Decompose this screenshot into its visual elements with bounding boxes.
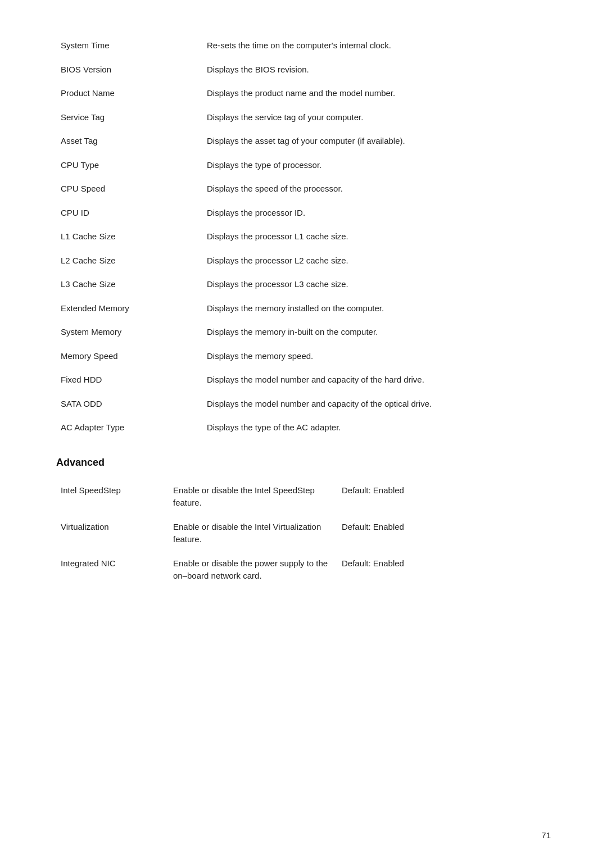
- advanced-row: Integrated NICEnable or disable the powe…: [56, 552, 551, 588]
- info-description: Displays the type of the AC adapter.: [202, 416, 551, 440]
- info-description: Displays the processor ID.: [202, 201, 551, 225]
- info-description: Displays the BIOS revision.: [202, 58, 551, 82]
- info-row: BIOS VersionDisplays the BIOS revision.: [56, 58, 551, 82]
- info-row: Product NameDisplays the product name an…: [56, 81, 551, 106]
- info-row: L1 Cache SizeDisplays the processor L1 c…: [56, 225, 551, 249]
- info-description: Displays the processor L1 cache size.: [202, 225, 551, 249]
- advanced-label: Integrated NIC: [56, 552, 169, 588]
- info-label: Extended Memory: [56, 297, 202, 321]
- info-label: System Memory: [56, 320, 202, 344]
- info-description: Displays the type of processor.: [202, 153, 551, 178]
- info-row: Extended MemoryDisplays the memory insta…: [56, 297, 551, 321]
- info-label: Asset Tag: [56, 129, 202, 153]
- info-label: CPU Speed: [56, 177, 202, 201]
- info-row: CPU IDDisplays the processor ID.: [56, 201, 551, 225]
- info-label: AC Adapter Type: [56, 416, 202, 440]
- info-label: L2 Cache Size: [56, 249, 202, 273]
- page-container: System TimeRe-sets the time on the compu…: [0, 0, 607, 633]
- advanced-heading: Advanced: [56, 457, 551, 469]
- info-description: Displays the model number and capacity o…: [202, 368, 551, 392]
- advanced-description: Enable or disable the Intel Virtualizati…: [169, 515, 337, 552]
- info-label: L1 Cache Size: [56, 225, 202, 249]
- info-description: Re-sets the time on the computer's inter…: [202, 34, 551, 58]
- info-row: L3 Cache SizeDisplays the processor L3 c…: [56, 272, 551, 297]
- info-row: Fixed HDDDisplays the model number and c…: [56, 368, 551, 392]
- info-description: Displays the asset tag of your computer …: [202, 129, 551, 153]
- advanced-default: Default: Enabled: [337, 515, 551, 552]
- info-label: CPU ID: [56, 201, 202, 225]
- info-row: System MemoryDisplays the memory in-buil…: [56, 320, 551, 344]
- info-label: CPU Type: [56, 153, 202, 178]
- info-row: SATA ODDDisplays the model number and ca…: [56, 392, 551, 416]
- advanced-description: Enable or disable the Intel SpeedStep fe…: [169, 479, 337, 515]
- info-label: BIOS Version: [56, 58, 202, 82]
- info-row: L2 Cache SizeDisplays the processor L2 c…: [56, 249, 551, 273]
- info-label: L3 Cache Size: [56, 272, 202, 297]
- advanced-label: Virtualization: [56, 515, 169, 552]
- advanced-default: Default: Enabled: [337, 479, 551, 515]
- info-description: Displays the memory in-built on the comp…: [202, 320, 551, 344]
- info-description: Displays the processor L2 cache size.: [202, 249, 551, 273]
- info-table: System TimeRe-sets the time on the compu…: [56, 34, 551, 440]
- page-number: 71: [541, 830, 551, 840]
- info-row: System TimeRe-sets the time on the compu…: [56, 34, 551, 58]
- info-description: Displays the speed of the processor.: [202, 177, 551, 201]
- advanced-table: Intel SpeedStepEnable or disable the Int…: [56, 479, 551, 588]
- info-description: Displays the service tag of your compute…: [202, 106, 551, 130]
- info-row: Service TagDisplays the service tag of y…: [56, 106, 551, 130]
- info-label: System Time: [56, 34, 202, 58]
- info-label: SATA ODD: [56, 392, 202, 416]
- advanced-row: VirtualizationEnable or disable the Inte…: [56, 515, 551, 552]
- info-row: AC Adapter TypeDisplays the type of the …: [56, 416, 551, 440]
- advanced-label: Intel SpeedStep: [56, 479, 169, 515]
- info-label: Fixed HDD: [56, 368, 202, 392]
- info-row: Memory SpeedDisplays the memory speed.: [56, 344, 551, 369]
- info-description: Displays the model number and capacity o…: [202, 392, 551, 416]
- info-description: Displays the product name and the model …: [202, 81, 551, 106]
- info-row: CPU SpeedDisplays the speed of the proce…: [56, 177, 551, 201]
- info-description: Displays the memory installed on the com…: [202, 297, 551, 321]
- info-label: Product Name: [56, 81, 202, 106]
- advanced-default: Default: Enabled: [337, 552, 551, 588]
- info-label: Memory Speed: [56, 344, 202, 369]
- advanced-row: Intel SpeedStepEnable or disable the Int…: [56, 479, 551, 515]
- info-label: Service Tag: [56, 106, 202, 130]
- info-row: Asset TagDisplays the asset tag of your …: [56, 129, 551, 153]
- info-row: CPU TypeDisplays the type of processor.: [56, 153, 551, 178]
- info-description: Displays the processor L3 cache size.: [202, 272, 551, 297]
- info-description: Displays the memory speed.: [202, 344, 551, 369]
- advanced-description: Enable or disable the power supply to th…: [169, 552, 337, 588]
